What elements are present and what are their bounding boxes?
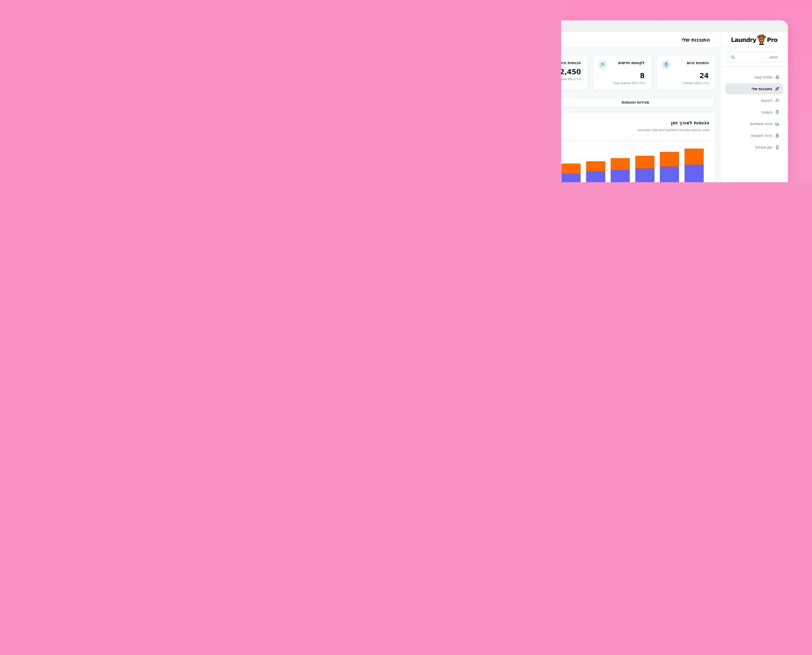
app-window: התובנות שלי Laundry	[561, 20, 788, 182]
bar-segment-purple	[660, 166, 679, 182]
logo-text-pro: Pro	[767, 37, 777, 43]
stacked-bar	[561, 163, 581, 182]
search-input[interactable]	[737, 55, 778, 59]
sidebar-item-label: ניהול חשבונות	[751, 134, 772, 138]
pos-terminal-icon	[775, 75, 780, 79]
bar-segment-orange	[660, 152, 679, 166]
sidebar-item-insights[interactable]: התובנות שלי	[725, 83, 783, 94]
sidebar-item-label: יומן פעילות	[755, 145, 772, 149]
stat-title: הכנסות היום	[561, 61, 581, 65]
sidebar-item-label: ניהול משלוחים	[750, 122, 772, 126]
stat-title: לקוחות חדשים	[618, 61, 644, 65]
bar-segment-purple	[586, 171, 605, 182]
stacked-bar	[611, 158, 630, 182]
page-title: התובנות שלי	[681, 32, 710, 48]
receipt-dollar-icon	[775, 133, 780, 138]
sidebar-item-billing[interactable]: ניהול חשבונות	[725, 130, 783, 141]
sidebar-item-deliveries[interactable]: ניהול משלוחים	[725, 118, 783, 129]
bar-segment-purple	[611, 170, 630, 182]
search-box[interactable]	[727, 52, 782, 62]
sidebar-item-pos[interactable]: עמדת קופה	[725, 72, 783, 83]
stat-title: הזמנות היום	[687, 61, 709, 65]
stat-change: גדל ב-12% מאתמול	[662, 81, 709, 85]
logo-text-laundry: Laundry	[731, 37, 756, 43]
gridline	[561, 147, 707, 147]
washing-machine-mascot-icon	[757, 34, 766, 46]
stacked-bar	[635, 156, 655, 182]
stacked-bar	[660, 152, 679, 182]
tab-sales-and-revenue[interactable]: מכירות והכנסות	[561, 97, 715, 107]
search-icon	[730, 55, 735, 60]
bar-plot	[561, 140, 707, 182]
sidebar-divider	[720, 66, 788, 67]
stacked-bar	[684, 149, 704, 182]
bar-segment-orange	[561, 163, 581, 174]
sidebar: עמדת קופה התובנות שלי	[720, 48, 788, 182]
sidebar-item-label: לקוחות	[761, 98, 772, 103]
sidebar-main-divider	[720, 32, 720, 182]
device-check-icon	[775, 145, 780, 149]
chart-subtitle: מציג הכנסות ומכירות לשלושת החודשים האחרו…	[561, 128, 709, 132]
stat-value: ₪12,450	[561, 68, 581, 76]
bar-segment-purple	[561, 174, 581, 182]
sparkles-icon	[775, 86, 780, 91]
screen: התובנות שלי Laundry	[561, 0, 812, 182]
stat-card-orders-today: הזמנות היום 24 גדל ב-12% מאתמול	[657, 55, 716, 90]
stat-value: 24	[662, 72, 709, 80]
main-content: הזמנות היום 24 גדל ב-12% מאתמול ל	[561, 48, 720, 182]
clipboard-list-icon	[662, 60, 671, 69]
sidebar-item-label: הזמנות	[761, 110, 772, 114]
sidebar-item-activity-log[interactable]: יומן פעילות	[725, 142, 783, 153]
bar-segment-orange	[684, 149, 704, 165]
stat-value: 8	[598, 72, 644, 80]
clipboard-list-icon	[775, 110, 780, 114]
sidebar-item-label: התובנות שלי	[751, 87, 772, 91]
users-icon	[598, 60, 607, 69]
truck-icon	[775, 121, 780, 126]
sidebar-item-orders[interactable]: הזמנות	[725, 107, 783, 118]
stacked-bar	[586, 161, 605, 182]
stat-change: גדל ב-8% מאתמול	[561, 77, 581, 81]
sidebar-item-label: עמדת קופה	[754, 75, 772, 79]
sidebar-item-customers[interactable]: לקוחות	[725, 95, 783, 106]
app-logo: Laundry	[720, 32, 788, 48]
chart-title: הכנסות לאורך זמן	[561, 120, 709, 126]
bar-segment-purple	[684, 165, 704, 182]
bar-segment-orange	[635, 156, 655, 168]
stat-change: גדל ב-5% מהשבוע שעבר	[598, 81, 644, 85]
window-chrome-bar	[561, 20, 788, 32]
revenue-chart-card: הכנסות לאורך זמן מציג הכנסות ומכירות לשל…	[561, 112, 716, 182]
bar-segment-purple	[635, 168, 655, 182]
stat-card-new-customers: לקוחות חדשים 8 גדל ב-5% מהשבו	[593, 55, 652, 90]
users-icon	[775, 98, 780, 103]
bar-segment-orange	[611, 158, 630, 170]
sidebar-nav: עמדת קופה התובנות שלי	[720, 72, 788, 153]
stat-card-revenue-today: הכנסות היום ₪12,450 גדל ב-8% מאתמול	[561, 55, 588, 90]
bar-segment-orange	[586, 161, 605, 171]
header: התובנות שלי Laundry	[561, 32, 788, 48]
